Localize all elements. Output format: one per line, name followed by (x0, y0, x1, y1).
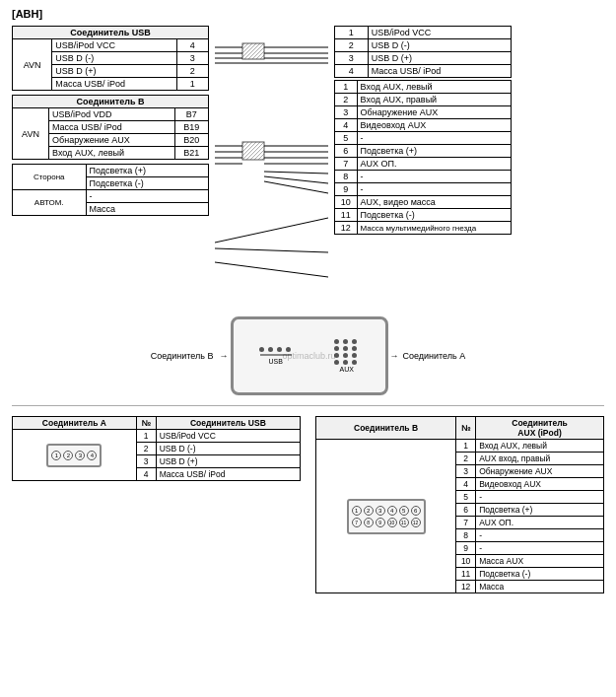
br-signal-7: AUX ОП. (476, 517, 604, 529)
side-signal-1: Подсветка (+) (86, 165, 208, 177)
usb-pin-2: 3 (176, 52, 209, 65)
svg-line-19 (264, 181, 328, 193)
conn-a-pin-1: 1 (51, 451, 61, 460)
auxpin-2-num: 2 (335, 94, 358, 106)
conn-a-pin-4: 4 (87, 451, 97, 460)
br-pin-12: 12 (456, 581, 476, 593)
br-signal-11: Подсветка (-) (476, 568, 604, 581)
right-aux-pins: 1Вход AUX, левый 2Вход AUX, правый 3Обна… (334, 80, 512, 235)
avn-label-usb: AVN (13, 39, 52, 91)
page-title: [ABН] (12, 8, 604, 20)
bottom-left-table: Соединитель А № Соединитель USB 1 2 3 (12, 416, 301, 481)
auxpin-4-num: 4 (335, 119, 358, 132)
br-pin-1: 1 (456, 440, 476, 453)
svg-line-17 (264, 172, 328, 174)
auxpin-9-num: 9 (335, 183, 358, 196)
usb-table-header: Соединитель USB (13, 27, 209, 39)
auxpin-7-num: 7 (335, 158, 358, 171)
auxpin-7-signal: AUX ОП. (357, 158, 511, 171)
aux-pin-4: B21 (174, 147, 208, 160)
auxpin-8-signal: - (357, 171, 511, 183)
auxpin-3-num: 3 (335, 106, 358, 119)
br-pin-6: 6 (456, 504, 476, 517)
bottom-conn-a-header: Соединитель А (13, 417, 137, 430)
right-usb-pins: 1USB/iPod VCC 2USB D (-) 3USB D (+) 4Мас… (334, 26, 512, 78)
br-signal-3: Обнаружение AUX (476, 465, 604, 478)
side-label: Сторона (13, 165, 87, 190)
auxpin-10-num: 10 (335, 196, 358, 209)
conn-b-diagram-label: Соединитель В (151, 351, 214, 361)
cb-pin-9: 9 (376, 518, 385, 527)
br-signal-2: AUX вход, правый (476, 453, 604, 465)
aux-signal-3: Обнаружение AUX (49, 134, 175, 147)
bottom-left: Соединитель А № Соединитель USB 1 2 3 (12, 416, 301, 593)
svg-line-22 (215, 262, 328, 277)
br-pin-4: 4 (456, 478, 476, 491)
usb-pin-3: 2 (176, 65, 209, 78)
cb-pin-3: 3 (376, 506, 385, 516)
side-signal-4: Масса (86, 203, 208, 216)
br-signal-9: - (476, 542, 604, 555)
bl-signal-1: USB/iPod VCC (156, 430, 300, 443)
br-signal-10: Масса AUX (476, 555, 604, 568)
auxpin-1-num: 1 (335, 81, 358, 94)
cb-pin-12: 12 (411, 518, 421, 527)
svg-line-20 (215, 218, 328, 243)
auxpin-12-num: 12 (335, 222, 358, 235)
br-pin-9: 9 (456, 542, 476, 555)
aux-signal-4: Вход AUX, левый (49, 147, 175, 160)
aux-table-header: Соединитель В (13, 96, 209, 108)
aux-signal-2: Масса USB/ iPod (49, 121, 175, 134)
auxpin-2-signal: Вход AUX, правый (357, 94, 511, 106)
cb-pin-1: 1 (352, 506, 362, 516)
bottom-usb-header: Соединитель USB (156, 417, 300, 430)
side-signal-2: Подсветка (-) (86, 177, 208, 190)
bottom-section: Соединитель А № Соединитель USB 1 2 3 (12, 416, 604, 593)
cb-pin-5: 5 (399, 506, 409, 516)
usb-connector-table: Соединитель USB AVN USB/iPod VCC 4 USB D… (12, 26, 209, 91)
arrow-right-indicator: → (220, 351, 229, 361)
cb-pin-11: 11 (399, 518, 409, 527)
usb-signal-4: Масса USB/ iPod (52, 78, 176, 91)
bottom-right-table: Соединитель В № СоединительAUX (iPod) 1 … (315, 416, 604, 593)
aux-pin-2: B19 (174, 121, 208, 134)
auxpin-11-num: 11 (335, 209, 358, 222)
usb-pin-4: 1 (176, 78, 209, 91)
svg-line-18 (264, 176, 328, 183)
svg-rect-0 (242, 43, 264, 59)
cb-pin-7: 7 (352, 518, 362, 527)
bl-pin-1: 1 (136, 430, 156, 443)
conn-a-pin-2: 2 (63, 451, 73, 460)
bl-signal-3: USB D (+) (156, 455, 300, 468)
auto-side-table: Сторона Подсветка (+) Подсветка (-) АВТО… (12, 164, 209, 216)
device-diagram: USB AUX optimaclub.ru (231, 316, 388, 395)
aux-pin-1: B7 (174, 108, 208, 121)
svg-line-21 (215, 248, 328, 252)
cb-pin-4: 4 (387, 506, 397, 516)
br-pin-11: 11 (456, 568, 476, 581)
cb-pin-8: 8 (364, 518, 374, 527)
avn-label-aux: AVN (13, 108, 49, 160)
auxpin-11-signal: Подсветка (-) (357, 209, 511, 222)
br-signal-6: Подсветка (+) (476, 504, 604, 517)
rpin-3-signal: USB D (+) (368, 52, 511, 65)
br-signal-12: Масса (476, 581, 604, 593)
avtom-label: АВТОМ. (13, 190, 87, 216)
aux-connector-table: Соединитель В AVN USB/iPod VDD B7 Масса … (12, 95, 209, 160)
auxpin-1-signal: Вход AUX, левый (357, 81, 511, 94)
bottom-conn-b-header: Соединитель В (316, 417, 456, 440)
rpin-3-num: 3 (335, 52, 369, 65)
usb-signal-2: USB D (-) (52, 52, 176, 65)
rpin-2-signal: USB D (-) (368, 39, 511, 52)
svg-rect-8 (242, 142, 264, 160)
auxpin-5-num: 5 (335, 132, 358, 145)
br-pin-5: 5 (456, 491, 476, 504)
br-pin-2: 2 (456, 453, 476, 465)
rpin-2-num: 2 (335, 39, 369, 52)
bl-pin-3: 3 (136, 455, 156, 468)
aux-signal-1: USB/iPod VDD (49, 108, 175, 121)
bl-signal-2: USB D (-) (156, 443, 300, 455)
cb-pin-10: 10 (387, 518, 397, 527)
side-signal-3: - (86, 190, 208, 203)
bottom-no-header-left: № (136, 417, 156, 430)
